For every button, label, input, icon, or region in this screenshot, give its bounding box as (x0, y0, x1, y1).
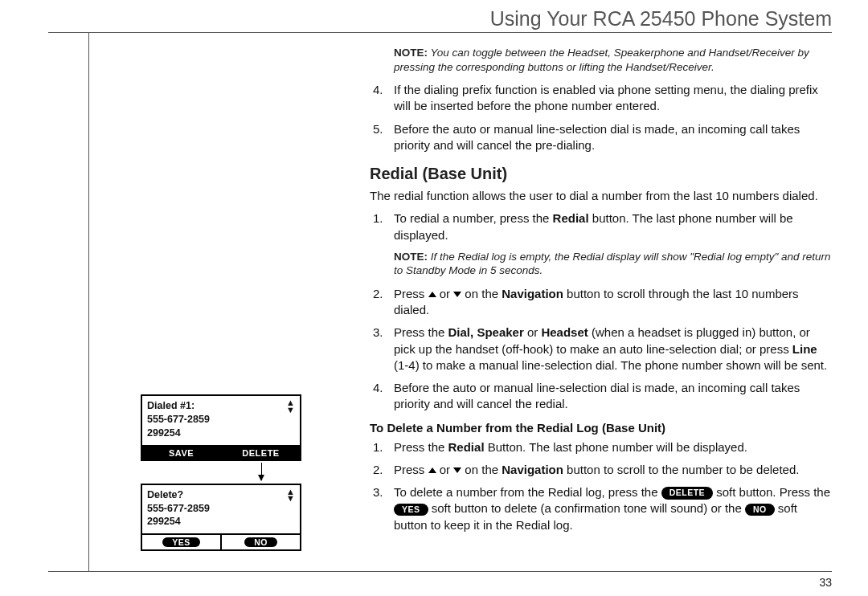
redial-intro: The redial function allows the user to d… (370, 188, 832, 204)
no-pill-icon: NO (745, 504, 775, 516)
softkey-delete: DELETE (220, 447, 300, 459)
note-top: NOTE: You can toggle between the Headset… (394, 46, 832, 74)
body-content: NOTE: You can toggle between the Headset… (370, 46, 832, 540)
page-title: Using Your RCA 25450 Phone System (490, 7, 832, 31)
lcd-line: 555-677-2859 (147, 413, 295, 427)
lcd-line: Delete? (147, 488, 295, 502)
up-arrow-icon (428, 467, 436, 473)
delete-step-3: 3. To delete a number from the Redial lo… (370, 484, 832, 533)
step-4: 4.If the dialing prefix function is enab… (370, 82, 832, 115)
down-arrow-icon (453, 467, 461, 473)
redial-steps: 1. To redial a number, press the Redial … (370, 210, 832, 243)
yes-pill-icon: YES (394, 504, 428, 516)
softkey-no: NO (220, 535, 300, 549)
heading-delete: To Delete a Number from the Redial Log (… (370, 421, 832, 435)
delete-pill-icon: DELETE (661, 487, 713, 500)
scroll-indicator-icon: ▲▼ (286, 488, 295, 503)
down-arrow-icon (453, 292, 461, 297)
lcd-line: 299254 (147, 427, 295, 440)
arrow-down-icon (261, 463, 262, 480)
redial-step-3: 3. Press the Dial, Speaker or Headset (w… (370, 325, 832, 374)
scroll-indicator-icon: ▲▼ (286, 399, 295, 414)
redial-step-1: 1. To redial a number, press the Redial … (370, 210, 832, 243)
softkey-yes: YES (142, 535, 220, 549)
redial-step-4: 4.Before the auto or manual line-selecti… (370, 380, 832, 413)
redial-step-2: 2. Press or on the Navigation button to … (370, 286, 832, 319)
delete-steps: 1. Press the Redial Button. The last pho… (370, 439, 832, 533)
redial-note: NOTE: If the Redial log is empty, the Re… (394, 250, 832, 278)
page-frame: Using Your RCA 25450 Phone System ▲▼ Dia… (48, 32, 832, 572)
step-5: 5.Before the auto or manual line-selecti… (370, 121, 832, 154)
lcd-line: 555-677-2859 (147, 502, 295, 516)
page-number: 33 (819, 576, 832, 589)
top-steps: 4.If the dialing prefix function is enab… (370, 82, 832, 153)
up-arrow-icon (428, 292, 436, 297)
softkey-save: SAVE (142, 447, 220, 459)
heading-redial: Redial (Base Unit) (370, 165, 832, 183)
delete-step-2: 2. Press or on the Navigation button to … (370, 462, 832, 478)
lcd-illustrations: ▲▼ Dialed #1: 555-677-2859 299254 SAVE D… (141, 394, 301, 551)
lcd-line: 299254 (147, 515, 295, 529)
delete-step-1: 1. Press the Redial Button. The last pho… (370, 439, 832, 455)
lcd-dialed: ▲▼ Dialed #1: 555-677-2859 299254 SAVE D… (141, 394, 301, 461)
lcd-line: Dialed #1: (147, 399, 295, 413)
vertical-rule (88, 33, 89, 571)
lcd-delete-confirm: ▲▼ Delete? 555-677-2859 299254 YES NO (141, 484, 301, 552)
redial-steps-cont: 2. Press or on the Navigation button to … (370, 286, 832, 413)
